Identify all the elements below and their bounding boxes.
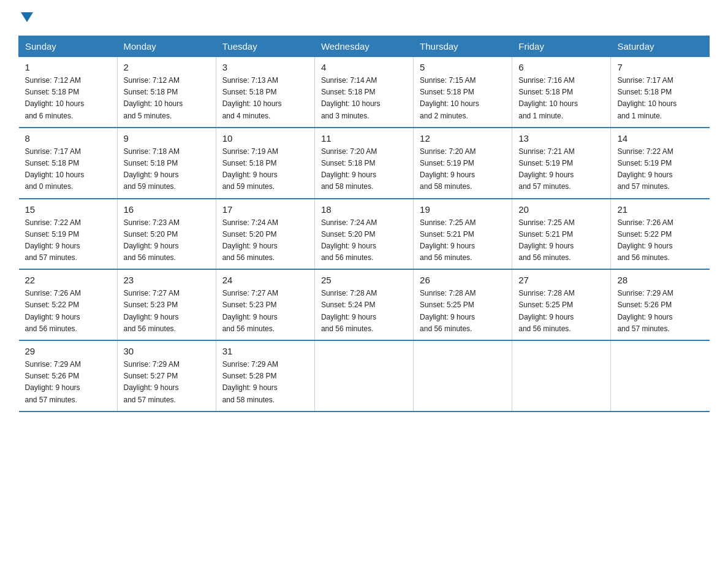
day-info: Sunrise: 7:24 AM Sunset: 5:20 PM Dayligh… [321,217,407,264]
day-info: Sunrise: 7:29 AM Sunset: 5:26 PM Dayligh… [25,359,111,406]
day-number: 15 [25,204,111,215]
calendar-cell: 27 Sunrise: 7:28 AM Sunset: 5:25 PM Dayl… [512,269,611,340]
day-info: Sunrise: 7:22 AM Sunset: 5:19 PM Dayligh… [25,217,111,264]
day-number: 21 [617,204,703,215]
day-info: Sunrise: 7:29 AM Sunset: 5:26 PM Dayligh… [617,288,703,335]
day-info: Sunrise: 7:18 AM Sunset: 5:18 PM Dayligh… [124,146,210,193]
day-info: Sunrise: 7:27 AM Sunset: 5:23 PM Dayligh… [124,288,210,335]
calendar-cell [414,340,512,412]
day-info: Sunrise: 7:29 AM Sunset: 5:27 PM Dayligh… [124,359,210,406]
day-number: 8 [25,133,111,144]
day-info: Sunrise: 7:15 AM Sunset: 5:18 PM Dayligh… [420,75,506,122]
calendar-cell: 14 Sunrise: 7:22 AM Sunset: 5:19 PM Dayl… [611,128,710,199]
day-info: Sunrise: 7:28 AM Sunset: 5:25 PM Dayligh… [518,288,604,335]
day-number: 23 [124,275,210,285]
day-number: 4 [321,62,407,72]
day-number: 7 [617,62,703,72]
calendar-cell: 10 Sunrise: 7:19 AM Sunset: 5:18 PM Dayl… [216,128,314,199]
day-info: Sunrise: 7:12 AM Sunset: 5:18 PM Dayligh… [25,75,111,122]
calendar-week-row: 15 Sunrise: 7:22 AM Sunset: 5:19 PM Dayl… [19,199,710,270]
day-info: Sunrise: 7:25 AM Sunset: 5:21 PM Dayligh… [518,217,604,264]
day-number: 22 [25,275,111,285]
logo-triangle-icon [21,12,33,22]
day-info: Sunrise: 7:26 AM Sunset: 5:22 PM Dayligh… [25,288,111,335]
calendar-cell: 7 Sunrise: 7:17 AM Sunset: 5:18 PM Dayli… [611,57,710,128]
day-info: Sunrise: 7:20 AM Sunset: 5:19 PM Dayligh… [420,146,506,193]
day-info: Sunrise: 7:22 AM Sunset: 5:19 PM Dayligh… [617,146,703,193]
weekday-header-wednesday: Wednesday [314,36,413,57]
weekday-row: SundayMondayTuesdayWednesdayThursdayFrid… [19,36,710,57]
calendar-cell: 28 Sunrise: 7:29 AM Sunset: 5:26 PM Dayl… [611,269,710,340]
calendar-week-row: 22 Sunrise: 7:26 AM Sunset: 5:22 PM Dayl… [19,269,710,340]
day-number: 9 [124,133,210,144]
day-info: Sunrise: 7:14 AM Sunset: 5:18 PM Dayligh… [321,75,407,122]
calendar-cell: 18 Sunrise: 7:24 AM Sunset: 5:20 PM Dayl… [314,199,413,270]
day-number: 5 [420,62,506,72]
calendar-cell: 4 Sunrise: 7:14 AM Sunset: 5:18 PM Dayli… [314,57,413,128]
day-number: 10 [222,133,308,144]
day-number: 11 [321,133,407,144]
weekday-header-saturday: Saturday [611,36,710,57]
day-info: Sunrise: 7:28 AM Sunset: 5:24 PM Dayligh… [321,288,407,335]
calendar-cell: 11 Sunrise: 7:20 AM Sunset: 5:18 PM Dayl… [314,128,413,199]
calendar-cell: 1 Sunrise: 7:12 AM Sunset: 5:18 PM Dayli… [19,57,118,128]
day-number: 20 [518,204,604,215]
calendar-cell: 24 Sunrise: 7:27 AM Sunset: 5:23 PM Dayl… [216,269,314,340]
calendar-cell: 17 Sunrise: 7:24 AM Sunset: 5:20 PM Dayl… [216,199,314,270]
day-number: 6 [518,62,604,72]
weekday-header-tuesday: Tuesday [216,36,314,57]
day-number: 14 [617,133,703,144]
day-number: 27 [518,275,604,285]
logo [18,12,33,25]
day-info: Sunrise: 7:27 AM Sunset: 5:23 PM Dayligh… [222,288,308,335]
calendar-cell: 2 Sunrise: 7:12 AM Sunset: 5:18 PM Dayli… [117,57,216,128]
day-info: Sunrise: 7:26 AM Sunset: 5:22 PM Dayligh… [617,217,703,264]
day-info: Sunrise: 7:29 AM Sunset: 5:28 PM Dayligh… [222,359,308,406]
weekday-header-friday: Friday [512,36,611,57]
day-info: Sunrise: 7:13 AM Sunset: 5:18 PM Dayligh… [222,75,308,122]
calendar-cell [314,340,413,412]
day-info: Sunrise: 7:17 AM Sunset: 5:18 PM Dayligh… [617,75,703,122]
day-info: Sunrise: 7:12 AM Sunset: 5:18 PM Dayligh… [124,75,210,122]
day-number: 17 [222,204,308,215]
calendar-cell: 3 Sunrise: 7:13 AM Sunset: 5:18 PM Dayli… [216,57,314,128]
weekday-header-thursday: Thursday [414,36,512,57]
day-number: 3 [222,62,308,72]
calendar-cell: 12 Sunrise: 7:20 AM Sunset: 5:19 PM Dayl… [414,128,512,199]
day-info: Sunrise: 7:16 AM Sunset: 5:18 PM Dayligh… [518,75,604,122]
day-info: Sunrise: 7:20 AM Sunset: 5:18 PM Dayligh… [321,146,407,193]
day-info: Sunrise: 7:21 AM Sunset: 5:19 PM Dayligh… [518,146,604,193]
day-number: 13 [518,133,604,144]
calendar-cell: 23 Sunrise: 7:27 AM Sunset: 5:23 PM Dayl… [117,269,216,340]
day-number: 18 [321,204,407,215]
page-header [18,12,710,25]
day-info: Sunrise: 7:24 AM Sunset: 5:20 PM Dayligh… [222,217,308,264]
calendar-cell: 22 Sunrise: 7:26 AM Sunset: 5:22 PM Dayl… [19,269,118,340]
calendar-cell: 9 Sunrise: 7:18 AM Sunset: 5:18 PM Dayli… [117,128,216,199]
calendar-cell: 30 Sunrise: 7:29 AM Sunset: 5:27 PM Dayl… [117,340,216,412]
day-number: 1 [25,62,111,72]
calendar-cell: 13 Sunrise: 7:21 AM Sunset: 5:19 PM Dayl… [512,128,611,199]
day-number: 30 [124,346,210,356]
day-info: Sunrise: 7:19 AM Sunset: 5:18 PM Dayligh… [222,146,308,193]
day-number: 26 [420,275,506,285]
calendar-week-row: 8 Sunrise: 7:17 AM Sunset: 5:18 PM Dayli… [19,128,710,199]
calendar-body: 1 Sunrise: 7:12 AM Sunset: 5:18 PM Dayli… [19,57,710,412]
calendar-cell [512,340,611,412]
day-number: 31 [222,346,308,356]
day-info: Sunrise: 7:23 AM Sunset: 5:20 PM Dayligh… [124,217,210,264]
calendar-week-row: 29 Sunrise: 7:29 AM Sunset: 5:26 PM Dayl… [19,340,710,412]
calendar-table: SundayMondayTuesdayWednesdayThursdayFrid… [18,36,710,412]
weekday-header-sunday: Sunday [19,36,118,57]
calendar-cell: 31 Sunrise: 7:29 AM Sunset: 5:28 PM Dayl… [216,340,314,412]
day-number: 28 [617,275,703,285]
calendar-cell: 15 Sunrise: 7:22 AM Sunset: 5:19 PM Dayl… [19,199,118,270]
day-number: 24 [222,275,308,285]
day-number: 2 [124,62,210,72]
calendar-week-row: 1 Sunrise: 7:12 AM Sunset: 5:18 PM Dayli… [19,57,710,128]
day-info: Sunrise: 7:25 AM Sunset: 5:21 PM Dayligh… [420,217,506,264]
calendar-cell [611,340,710,412]
calendar-cell: 25 Sunrise: 7:28 AM Sunset: 5:24 PM Dayl… [314,269,413,340]
day-number: 16 [124,204,210,215]
calendar-cell: 19 Sunrise: 7:25 AM Sunset: 5:21 PM Dayl… [414,199,512,270]
